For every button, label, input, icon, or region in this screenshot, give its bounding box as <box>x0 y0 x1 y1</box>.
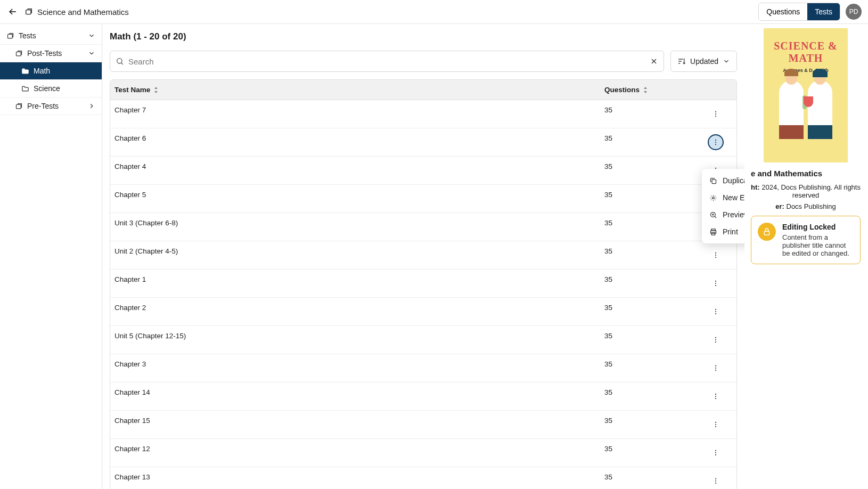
svg-rect-2 <box>17 52 21 56</box>
lock-badge <box>758 223 776 241</box>
table-row[interactable]: Unit 2 (Chapter 4-5)35 <box>110 241 736 270</box>
svg-point-41 <box>715 450 716 451</box>
cell-questions: 35 <box>600 354 695 382</box>
svg-point-39 <box>715 424 716 425</box>
table-row[interactable]: Chapter 235 <box>110 298 736 326</box>
svg-rect-0 <box>26 10 31 14</box>
copyright-label: ht: <box>751 183 760 191</box>
svg-point-7 <box>715 116 716 117</box>
svg-point-24 <box>715 283 716 284</box>
folder-icon <box>21 67 29 75</box>
column-questions-label: Questions <box>604 86 640 94</box>
menu-preview[interactable]: Preview <box>702 206 744 223</box>
cell-test-name: Chapter 5 <box>110 185 600 213</box>
cell-questions: 35 <box>600 270 695 297</box>
book-cover: SCIENCE & MATH A. Jones & D. Smith <box>764 28 848 162</box>
search-input[interactable] <box>124 57 650 66</box>
svg-point-31 <box>715 341 716 343</box>
more-vertical-icon <box>712 477 719 485</box>
row-actions-button[interactable] <box>708 473 724 489</box>
search-field[interactable] <box>110 51 664 72</box>
table-row[interactable]: Chapter 1535 <box>110 411 736 439</box>
cell-test-name: Chapter 3 <box>110 354 600 382</box>
cell-questions: 35 <box>600 411 695 438</box>
sidebar-item-math[interactable]: Math <box>0 62 102 80</box>
cell-actions <box>695 439 736 467</box>
row-actions-button[interactable] <box>708 360 724 376</box>
svg-point-38 <box>715 422 716 423</box>
sort-dropdown[interactable]: Updated <box>670 51 737 72</box>
table-row[interactable]: Unit 5 (Chapter 12-15)35 <box>110 326 736 354</box>
table-row[interactable]: Chapter 1335 <box>110 467 736 489</box>
table-row[interactable]: Chapter 435 <box>110 157 736 185</box>
toggle-tests[interactable]: Tests <box>807 3 840 20</box>
more-vertical-icon <box>712 280 719 287</box>
cell-questions: 35 <box>600 185 695 213</box>
svg-point-8 <box>715 140 716 141</box>
cell-test-name: Chapter 6 <box>110 128 600 156</box>
stack-icon <box>6 32 14 40</box>
row-actions-button[interactable] <box>708 304 724 320</box>
sidebar-item-pre-tests[interactable]: Pre-Tests <box>0 97 102 115</box>
row-actions-button[interactable] <box>708 134 724 150</box>
cell-questions: 35 <box>600 213 695 241</box>
copy-icon <box>709 177 717 185</box>
row-actions-button[interactable] <box>708 247 724 263</box>
more-vertical-icon <box>712 449 719 457</box>
avatar[interactable]: PD <box>846 4 862 20</box>
table-row[interactable]: Chapter 635 <box>110 128 736 157</box>
more-vertical-icon <box>712 138 719 146</box>
row-actions-button[interactable] <box>708 445 724 461</box>
svg-rect-59 <box>764 231 769 235</box>
sidebar-item-post-tests[interactable]: Post-Tests <box>0 45 102 62</box>
cell-actions <box>695 382 736 410</box>
row-actions-button[interactable] <box>708 388 724 404</box>
magic-icon <box>709 194 717 202</box>
breadcrumb: Science and Mathematics <box>24 7 129 17</box>
column-questions[interactable]: Questions <box>600 80 695 100</box>
column-test-name[interactable]: Test Name <box>110 80 600 100</box>
search-icon <box>116 57 124 66</box>
menu-new-exam[interactable]: New Exam <box>702 189 744 206</box>
cell-questions: 35 <box>600 439 695 467</box>
clear-search-button[interactable] <box>650 57 658 66</box>
cell-actions <box>695 100 736 128</box>
row-actions-button[interactable] <box>708 275 724 291</box>
table-row[interactable]: Chapter 1235 <box>110 439 736 467</box>
toggle-questions[interactable]: Questions <box>759 3 807 20</box>
menu-print[interactable]: Print <box>702 223 744 240</box>
svg-point-6 <box>715 113 716 115</box>
header-right: Questions Tests PD <box>758 3 862 21</box>
table-row[interactable]: Chapter 735 <box>110 100 736 128</box>
sidebar-item-label: Math <box>34 67 50 75</box>
table-row[interactable]: Chapter 535 <box>110 185 736 213</box>
sidebar-item-science[interactable]: Science <box>0 80 102 97</box>
chevron-right-icon <box>88 102 95 110</box>
svg-point-30 <box>715 339 716 340</box>
svg-point-37 <box>715 398 716 399</box>
table-row[interactable]: Chapter 135 <box>110 270 736 298</box>
svg-point-5 <box>715 111 716 112</box>
row-actions-button[interactable] <box>708 417 724 433</box>
back-button[interactable] <box>6 5 19 18</box>
cell-questions: 35 <box>600 467 695 489</box>
sidebar-item-tests[interactable]: Tests <box>0 27 102 45</box>
panel-copyright: ht: 2024, Docs Publishing. All rights re… <box>751 183 861 199</box>
row-actions-button[interactable] <box>708 332 724 348</box>
table-row[interactable]: Chapter 335 <box>110 354 736 382</box>
cell-test-name: Chapter 14 <box>110 382 600 410</box>
cell-questions: 35 <box>600 100 695 128</box>
more-vertical-icon <box>712 110 719 118</box>
lock-text: Content from a publisher title cannot be… <box>782 233 854 257</box>
row-actions-button[interactable] <box>708 106 724 122</box>
table-row[interactable]: Unit 3 (Chapter 6-8)35 <box>110 213 736 241</box>
editing-locked-notice: Editing Locked Content from a publisher … <box>751 216 861 264</box>
cover-title-line2: MATH <box>789 52 823 64</box>
menu-duplicate[interactable]: Duplicate <box>702 172 744 189</box>
svg-point-35 <box>715 394 716 395</box>
table-row[interactable]: Chapter 1435 <box>110 382 736 411</box>
svg-point-46 <box>715 483 716 484</box>
folder-icon <box>21 85 29 93</box>
cell-actions <box>695 326 736 354</box>
header-left: Science and Mathematics <box>6 5 129 18</box>
